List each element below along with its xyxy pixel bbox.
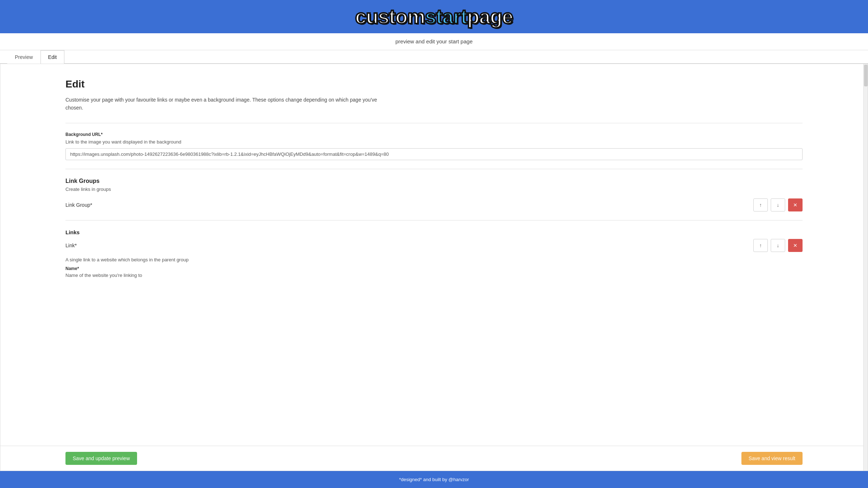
logo-start-text: start [425,5,467,28]
logo-page-text: page [467,5,513,28]
background-url-input[interactable] [65,148,803,160]
links-section: Links Link* A single [65,229,803,278]
site-footer: *designed* and built by @harvzor [0,471,868,488]
link-down-button[interactable] [771,239,785,252]
tabs-bar: Preview Edit [0,50,868,64]
save-preview-button[interactable]: Save and update preview [65,452,137,465]
link-group-up-button[interactable] [753,198,768,211]
link-groups-heading: Link Groups [65,178,803,184]
down-arrow-icon [777,202,779,208]
edit-description: Customise your page with your favourite … [65,96,391,112]
scrollbar-track[interactable] [863,64,868,471]
link-group-down-button[interactable] [771,198,785,211]
divider-1 [65,123,803,123]
background-url-section: Background URL* Link to the image you wa… [65,132,803,160]
tab-preview[interactable]: Preview [7,50,41,64]
tab-edit[interactable]: Edit [41,50,64,64]
main-wrapper: Edit Customise your page with your favou… [0,64,868,471]
link-label: Link* [65,243,750,248]
link-groups-subheading: Create links in groups [65,187,803,192]
subtitle-text: preview and edit your start page [395,38,472,44]
remove-icon [793,202,797,208]
edit-content: Edit Customise your page with your favou… [0,64,868,446]
bottom-bar: Save and update preview Save and view re… [0,446,868,471]
site-header: customstartpage [0,0,868,33]
link-description: A single link to a website which belongs… [65,257,803,262]
edit-title: Edit [65,78,803,90]
up-arrow-icon [760,202,762,208]
link-group-label: Link Group* [65,202,750,208]
link-row: Link* [65,239,803,252]
divider-3 [65,220,803,221]
divider-2 [65,169,803,169]
link-up-button[interactable] [753,239,768,252]
scrollbar-thumb[interactable] [864,65,868,86]
site-logo[interactable]: customstartpage [355,7,513,27]
save-result-button[interactable]: Save and view result [741,452,803,465]
name-sublabel: Name of the website you're linking to [65,273,803,278]
link-group-remove-button[interactable] [788,198,803,211]
link-down-arrow-icon [777,243,779,248]
background-url-sublabel: Link to the image you want displayed in … [65,139,803,145]
logo-custom-text: custom [355,5,425,28]
link-groups-section: Link Groups Create links in groups Link … [65,178,803,278]
link-remove-icon [793,243,797,248]
link-remove-button[interactable] [788,239,803,252]
link-up-arrow-icon [760,243,762,248]
footer-text: *designed* and built by @harvzor [399,477,469,482]
name-label: Name* [65,266,803,271]
subtitle-bar: preview and edit your start page [0,33,868,50]
links-heading: Links [65,229,803,235]
content-panel: Edit Customise your page with your favou… [0,64,868,471]
link-group-row: Link Group* [65,198,803,211]
background-url-label: Background URL* [65,132,803,137]
